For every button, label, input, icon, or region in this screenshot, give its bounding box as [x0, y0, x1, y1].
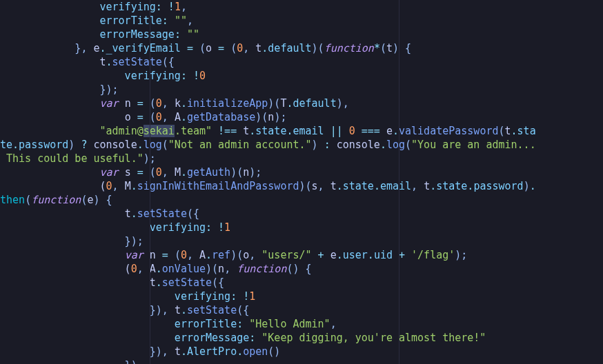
code-line: (0, A.onValue)(n, function() { [0, 263, 312, 275]
code-line: te.password) ? console.log("Not an admin… [0, 139, 536, 151]
code-line: }) [0, 359, 137, 364]
code-editor[interactable]: verifying: !1, errorTitle: "", errorMess… [0, 0, 603, 364]
code-line: }); [0, 83, 119, 96]
code-line: t.setState({ [0, 208, 199, 220]
code-line: t.setState({ [0, 56, 175, 68]
code-line: verifying: !0 [0, 70, 206, 82]
code-line: then(function(e) { [0, 194, 112, 206]
code-line: o = (0, A.getDatabase)(n); [0, 111, 286, 123]
code-line: errorTitle: "Hello Admin", [0, 318, 337, 330]
code-line: verifying: !1 [0, 221, 230, 234]
code-line: errorMessage: "Keep digging, you're almo… [0, 332, 486, 344]
code-line: errorTitle: "", [0, 14, 193, 27]
code-line: }); [0, 235, 144, 247]
code-line: verifying: !1, [0, 1, 187, 13]
code-line: var n = (0, k.initializeApp)(T.default), [0, 97, 349, 110]
code-line: t.setState({ [0, 276, 224, 289]
code-line: }), t.setState({ [0, 304, 249, 316]
code-line: errorMessage: "" [0, 28, 199, 41]
code-line: "admin@sekai.team" !== t.state.email || … [0, 125, 536, 137]
code-line: verifying: !1 [0, 290, 255, 303]
search-highlight: sekai [144, 125, 175, 137]
code-line: (0, M.signInWithEmailAndPassword)(s, t.s… [0, 180, 536, 192]
code-line: }), t.AlertPro.open() [0, 345, 280, 358]
code-line: }, e._verifyEmail = (o = (0, t.default)(… [0, 42, 411, 54]
code-line: var s = (0, M.getAuth)(n); [0, 166, 261, 179]
code-line: var n = (0, A.ref)(o, "users/" + e.user.… [0, 249, 467, 261]
code-line: This could be useful."); [0, 152, 156, 165]
